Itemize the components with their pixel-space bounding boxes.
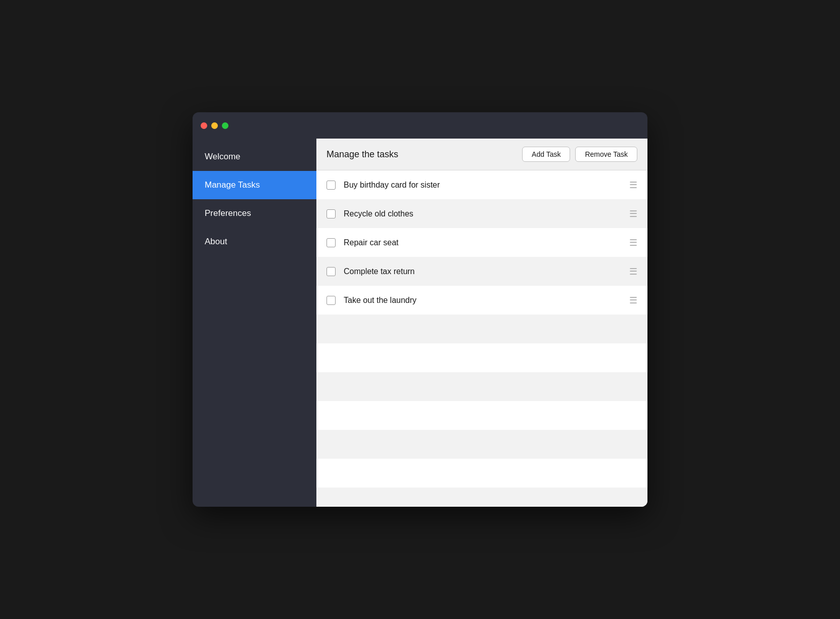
traffic-lights — [201, 122, 228, 129]
page-title: Manage the tasks — [326, 149, 398, 160]
task-label: Repair car seat — [344, 238, 625, 247]
maximize-button[interactable] — [222, 122, 228, 129]
task-label: Recycle old clothes — [344, 209, 625, 218]
empty-row — [316, 372, 647, 401]
main-content: Manage the tasks Add Task Remove Task Bu… — [316, 139, 647, 507]
add-task-button[interactable]: Add Task — [522, 147, 570, 162]
task-label: Complete tax return — [344, 267, 625, 276]
app-body: Welcome Manage Tasks Preferences About M… — [193, 139, 647, 507]
drag-handle-icon[interactable]: ☰ — [629, 208, 637, 219]
task-checkbox[interactable] — [326, 181, 336, 190]
task-checkbox[interactable] — [326, 238, 336, 247]
empty-row — [316, 401, 647, 430]
empty-row — [316, 343, 647, 372]
task-row: Repair car seat☰ — [316, 228, 647, 257]
sidebar-item-manage-tasks[interactable]: Manage Tasks — [193, 171, 316, 199]
drag-handle-icon[interactable]: ☰ — [629, 266, 637, 277]
sidebar-item-preferences[interactable]: Preferences — [193, 199, 316, 228]
task-list: Buy birthday card for sister☰Recycle old… — [316, 170, 647, 507]
task-checkbox[interactable] — [326, 267, 336, 276]
minimize-button[interactable] — [211, 122, 218, 129]
sidebar: Welcome Manage Tasks Preferences About — [193, 139, 316, 507]
task-row: Buy birthday card for sister☰ — [316, 170, 647, 199]
empty-row — [316, 430, 647, 459]
empty-row — [316, 488, 647, 507]
task-label: Buy birthday card for sister — [344, 181, 625, 190]
task-row: Complete tax return☰ — [316, 257, 647, 286]
app-window: Welcome Manage Tasks Preferences About M… — [193, 112, 647, 507]
drag-handle-icon[interactable]: ☰ — [629, 180, 637, 191]
task-row: Take out the laundry☰ — [316, 286, 647, 315]
empty-row — [316, 459, 647, 488]
header-buttons: Add Task Remove Task — [522, 147, 637, 162]
sidebar-item-welcome[interactable]: Welcome — [193, 143, 316, 171]
drag-handle-icon[interactable]: ☰ — [629, 237, 637, 248]
titlebar — [193, 112, 647, 139]
sidebar-item-about[interactable]: About — [193, 228, 316, 256]
task-checkbox[interactable] — [326, 296, 336, 305]
drag-handle-icon[interactable]: ☰ — [629, 295, 637, 306]
task-label: Take out the laundry — [344, 296, 625, 305]
main-header: Manage the tasks Add Task Remove Task — [316, 139, 647, 170]
remove-task-button[interactable]: Remove Task — [575, 147, 637, 162]
close-button[interactable] — [201, 122, 207, 129]
task-checkbox[interactable] — [326, 209, 336, 218]
empty-row — [316, 315, 647, 343]
task-row: Recycle old clothes☰ — [316, 199, 647, 228]
